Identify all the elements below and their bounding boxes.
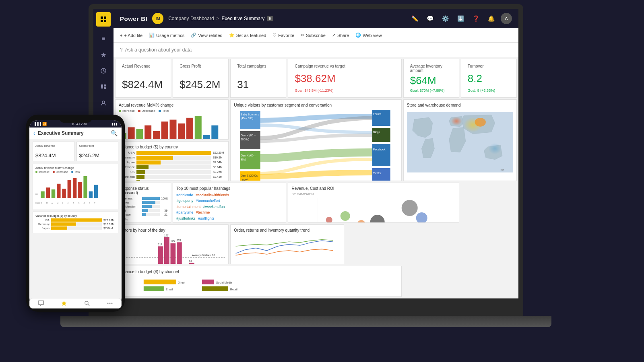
sidebar-favorites-icon[interactable]: ★ [96,47,111,62]
chart-subtitle: BY CAMPAIGN [291,192,455,196]
bar-val: $22.25M [213,151,225,154]
bar-val: $3.64M [213,166,225,169]
svg-point-69 [370,215,385,223]
svg-text:54: 54 [189,259,192,262]
svg-rect-0 [101,16,103,19]
bar-val: $2.43M [213,175,225,178]
svg-text:D: D [89,202,91,204]
mobile-bar-fill [51,226,67,230]
kpi-avg-inventory: Average inventory amount $64M Goal: $70M… [403,59,459,98]
bar-val: $7.04M [213,161,225,164]
chart-title: Actual revenue MoM% change [119,103,225,107]
svg-text:esri: esri [500,169,504,171]
svg-rect-93 [170,243,175,264]
svg-point-150 [111,303,112,304]
svg-rect-19 [178,123,185,140]
svg-rect-126 [57,184,60,198]
comment-icon[interactable]: 💬 [424,13,436,24]
chart-order-returns: Order, returns and inventory quantity tr… [230,224,344,265]
sidebar-people-icon[interactable] [96,96,111,110]
mobile-kpi-revenue: Actual Revenue ⋯ $824.4M [33,142,75,161]
horizontal-bar-chart: USA $22.25M Germany [119,151,225,181]
set-featured-button[interactable]: ⭐ Set as featured [229,33,266,38]
mobile-bar-track [51,222,102,226]
bar-track [136,165,211,169]
mobile-kpi-options2: ⋯ [79,148,116,152]
svg-text:200%: 200% [35,202,41,204]
chart-actual-revenue-mom: Actual revenue MoM% change Increase Decr… [115,99,229,140]
qa-icon: ? [120,47,123,53]
resp-fill [142,205,152,208]
mobile-page-title: Executive Summary [38,130,84,136]
mobile-variance-bars: USA $22.23M Germany $10.95M [35,218,116,230]
qa-bar: ? [114,43,518,57]
favorite-button[interactable]: ♡ Favorite [272,33,294,38]
hashtag-entertainment: #entertainment [176,205,200,209]
notifications-icon[interactable]: 🔔 [485,13,497,24]
svg-rect-123 [41,191,44,198]
dashboard-grid: Actual Revenue $824.4M Gross Profit $245… [114,57,518,298]
svg-rect-125 [52,189,55,198]
bar-val: $2.75M [213,171,225,173]
edit-icon[interactable]: ✏️ [409,13,420,24]
svg-text:0%: 0% [35,193,39,195]
kpi-value: $824.4M [122,78,164,91]
usage-metrics-button[interactable]: 📊 Usage metrics [149,33,184,38]
chart-store-warehouse: Store and warehouse demand [403,99,517,181]
heart-icon: ♡ [272,33,277,38]
sidebar-recent-icon[interactable] [96,64,111,78]
resp-note: 18.8% [119,218,167,221]
breadcrumb-parent[interactable]: Company Dashboard [168,16,214,21]
user-avatar[interactable]: A [501,13,512,24]
kpi-value: $245.2M [180,78,222,91]
view-related-button[interactable]: 🔗 View related [191,33,222,38]
svg-rect-18 [169,120,176,140]
mobile-nav-more[interactable] [107,300,113,306]
svg-point-149 [109,303,110,304]
svg-rect-13 [128,127,135,139]
svg-text:M: M [57,202,58,204]
svg-rect-117 [202,280,214,284]
mobile-chart-legend: Increase Decrease Total [35,171,116,173]
mobile-bar-label: Germany [35,223,50,226]
subscribe-button[interactable]: ✉ Subscribe [301,33,326,38]
mobile-screen: ▐▐▐ 📶 10:47 AM ▮▮▮ ‹ Executive Summary 🔍… [29,120,122,306]
resp-val: 39 [161,209,167,212]
top-bar: Power BI IM Company Dashboard > Executiv… [114,9,518,28]
sidebar-dashboard-icon[interactable] [96,80,111,94]
response-bars: Awareness 100% Inquiries [119,197,167,216]
mobile-search-icon[interactable]: 🔍 [111,130,118,136]
svg-text:Gen X (60 –: Gen X (60 – [241,154,256,157]
help-icon[interactable]: ❓ [470,13,481,24]
download-icon[interactable]: ⬇️ [455,13,466,24]
settings-icon[interactable]: ⚙️ [440,13,451,24]
chart-title: Response status (thousand) [119,186,167,195]
svg-rect-50 [372,128,390,142]
web-view-button[interactable]: 🌐 Web view [355,33,382,38]
chart-icon: 📊 [149,33,155,38]
svg-point-60 [488,143,502,154]
svg-rect-92 [164,237,169,264]
qa-input[interactable] [125,47,512,53]
bar-fill [136,151,211,155]
share-button[interactable]: ↗ Share [332,33,349,38]
bar-fill [136,180,140,181]
kpi-sub: Goal: 8 (+2.33%) [468,88,510,93]
chart-title: Visitors by hour of the day [119,228,225,232]
mobile-nav-chat[interactable] [38,300,44,306]
mobile-bar-fill [51,218,102,222]
svg-rect-22 [203,135,210,139]
kpi-title: Actual Revenue [122,64,164,68]
sidebar-menu-icon[interactable]: ≡ [96,31,111,46]
svg-rect-8 [101,88,103,89]
bar-fill [136,175,144,179]
bar-track [136,180,211,181]
mobile-nav-search[interactable] [84,300,90,306]
mobile-bar-val: $22.23M [103,219,116,222]
mobile-back-button[interactable]: ‹ [33,130,35,136]
sidebar-apps-icon[interactable] [96,12,111,27]
svg-text:Social Media: Social Media [216,281,232,284]
mobile-nav-favorites[interactable] [61,300,67,306]
add-tile-button[interactable]: + + Add tile [120,33,142,38]
svg-text:Forum: Forum [373,113,381,115]
